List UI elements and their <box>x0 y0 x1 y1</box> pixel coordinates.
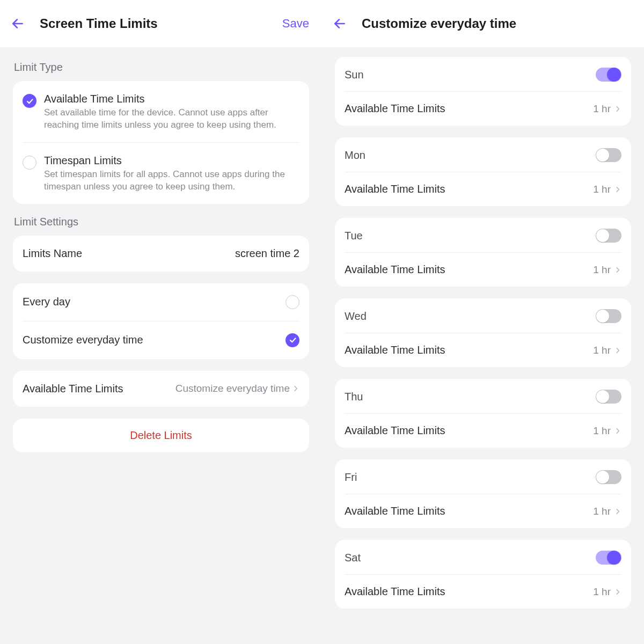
chevron-right-icon <box>614 105 621 113</box>
limit-type-heading: Limit Type <box>14 61 309 74</box>
day-card-sun: SunAvailable Time Limits1 hr <box>335 57 631 126</box>
customize-label: Customize everyday time <box>23 334 143 346</box>
day-body-row[interactable]: Available Time Limits1 hr <box>345 575 621 609</box>
day-card-wed: WedAvailable Time Limits1 hr <box>335 298 631 367</box>
day-toggle[interactable] <box>596 309 621 323</box>
arrow-left-icon <box>11 17 25 31</box>
day-row-label: Available Time Limits <box>345 344 445 356</box>
day-row-label: Available Time Limits <box>345 183 445 195</box>
every-day-label: Every day <box>23 296 70 308</box>
radio-checked-icon <box>23 94 36 108</box>
available-time-limits-row[interactable]: Available Time Limits Customize everyday… <box>23 371 299 407</box>
switch-knob-icon <box>596 471 609 484</box>
day-row-value-wrap: 1 hr <box>593 425 621 437</box>
left-content: Limit Type Available Time Limits Set ava… <box>0 47 322 644</box>
switch-knob-icon <box>596 310 609 323</box>
every-day-row[interactable]: Every day <box>23 283 299 321</box>
delete-limits-button[interactable]: Delete Limits <box>13 419 309 452</box>
radio-unchecked-icon <box>23 156 36 170</box>
day-toggle[interactable] <box>596 229 621 243</box>
header-left: Screen Time Limits Save <box>0 0 322 47</box>
day-row-value: 1 hr <box>593 103 611 115</box>
day-row-value: 1 hr <box>593 506 611 517</box>
limit-type-card: Available Time Limits Set available time… <box>13 81 309 204</box>
day-row-label: Available Time Limits <box>345 586 445 598</box>
day-body-row[interactable]: Available Time Limits1 hr <box>345 92 621 126</box>
option-desc: Set available time for the device. Canno… <box>44 107 299 131</box>
day-toggle[interactable] <box>596 390 621 404</box>
day-card-thu: ThuAvailable Time Limits1 hr <box>335 379 631 448</box>
day-name: Fri <box>345 471 357 484</box>
day-name: Thu <box>345 391 363 403</box>
day-toggle[interactable] <box>596 148 621 162</box>
day-card-sat: SatAvailable Time Limits1 hr <box>335 540 631 609</box>
option-text: Available Time Limits Set available time… <box>44 92 299 131</box>
day-card-fri: FriAvailable Time Limits1 hr <box>335 459 631 528</box>
arrow-left-icon <box>333 17 347 31</box>
switch-knob-icon <box>596 229 609 242</box>
day-row-value-wrap: 1 hr <box>593 184 621 195</box>
day-body-row[interactable]: Available Time Limits1 hr <box>345 253 621 287</box>
day-body-row[interactable]: Available Time Limits1 hr <box>345 333 621 367</box>
day-row-label: Available Time Limits <box>345 505 445 517</box>
option-timespan-limits[interactable]: Timespan Limits Set timespan limits for … <box>23 142 299 204</box>
chevron-right-icon <box>614 186 621 193</box>
day-head: Tue <box>345 218 621 253</box>
day-body-row[interactable]: Available Time Limits1 hr <box>345 494 621 528</box>
atl-value: Customize everyday time <box>175 383 290 394</box>
atl-value-wrap: Customize everyday time <box>175 383 299 394</box>
day-row-value-wrap: 1 hr <box>593 506 621 517</box>
day-row-value: 1 hr <box>593 586 611 598</box>
day-body-row[interactable]: Available Time Limits1 hr <box>345 414 621 448</box>
day-name: Wed <box>345 310 367 323</box>
limits-name-row[interactable]: Limits Name screen time 2 <box>23 236 299 272</box>
radio-checked-icon <box>286 333 299 347</box>
day-toggle[interactable] <box>596 68 621 82</box>
day-name: Mon <box>345 149 365 162</box>
switch-knob-icon <box>607 68 621 82</box>
available-time-limits-card: Available Time Limits Customize everyday… <box>13 371 309 407</box>
day-row-value: 1 hr <box>593 345 611 356</box>
page-title: Screen Time Limits <box>40 16 282 31</box>
option-available-time-limits[interactable]: Available Time Limits Set available time… <box>23 81 299 142</box>
day-name: Sat <box>345 552 361 564</box>
limit-settings-heading: Limit Settings <box>14 216 309 228</box>
day-head: Fri <box>345 459 621 494</box>
radio-unchecked-icon <box>286 295 299 309</box>
option-desc: Set timespan limits for all apps. Cannot… <box>44 169 299 193</box>
option-text: Timespan Limits Set timespan limits for … <box>44 153 299 193</box>
day-toggle[interactable] <box>596 470 621 484</box>
back-button[interactable] <box>333 12 356 35</box>
switch-knob-icon <box>596 149 609 162</box>
switch-knob-icon <box>596 390 609 403</box>
day-row-value: 1 hr <box>593 184 611 195</box>
chevron-right-icon <box>614 588 621 596</box>
chevron-right-icon <box>614 508 621 515</box>
page-title: Customize everyday time <box>362 16 633 31</box>
day-head: Sun <box>345 57 621 92</box>
back-button[interactable] <box>11 12 34 35</box>
limits-name-label: Limits Name <box>23 247 82 260</box>
limits-name-value: screen time 2 <box>235 247 299 260</box>
chevron-right-icon <box>614 266 621 274</box>
day-name: Tue <box>345 230 363 242</box>
day-body-row[interactable]: Available Time Limits1 hr <box>345 172 621 206</box>
day-head: Mon <box>345 137 621 172</box>
chevron-right-icon <box>292 385 299 392</box>
day-head: Wed <box>345 298 621 333</box>
atl-label: Available Time Limits <box>23 383 123 395</box>
day-name: Sun <box>345 69 364 81</box>
option-title: Available Time Limits <box>44 92 299 106</box>
day-card-tue: TueAvailable Time Limits1 hr <box>335 218 631 287</box>
day-row-value-wrap: 1 hr <box>593 345 621 356</box>
day-card-mon: MonAvailable Time Limits1 hr <box>335 137 631 206</box>
day-toggle[interactable] <box>596 551 621 565</box>
day-row-label: Available Time Limits <box>345 425 445 437</box>
chevron-right-icon <box>614 427 621 435</box>
day-row-value-wrap: 1 hr <box>593 264 621 276</box>
switch-knob-icon <box>607 551 621 565</box>
day-head: Thu <box>345 379 621 414</box>
save-button[interactable]: Save <box>282 17 311 31</box>
header-right: Customize everyday time <box>322 0 644 47</box>
customize-row[interactable]: Customize everyday time <box>23 321 299 359</box>
